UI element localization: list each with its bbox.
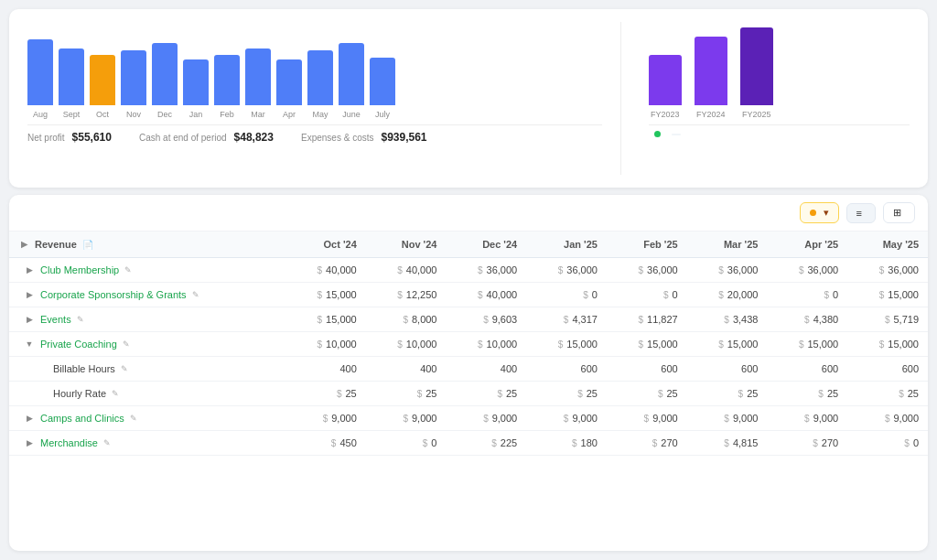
edit-icon[interactable]: ✎	[121, 364, 128, 373]
cell-2-7: $5,719	[847, 307, 928, 332]
cell-3-0: $10,000	[285, 332, 366, 357]
cell-7-3: $180	[526, 431, 607, 456]
chart-stats-left: Net profit$55,610Cash at end of period$4…	[27, 124, 602, 144]
cell-value: 9,000	[492, 413, 518, 424]
list-button[interactable]: ≡	[846, 203, 876, 223]
cell-6-5: $9,000	[687, 406, 768, 431]
row-label-text: Merchandise	[40, 437, 98, 448]
chart-stats-right	[649, 124, 910, 137]
bar	[370, 58, 395, 105]
bar-group: Sept	[59, 48, 84, 119]
dollar-sign: $	[403, 315, 408, 325]
expand-icon[interactable]: ▶	[24, 413, 35, 424]
expand-icon[interactable]: ▶	[24, 289, 35, 300]
edit-icon[interactable]: ✎	[77, 315, 84, 324]
edit-icon[interactable]: ✎	[112, 389, 119, 398]
cell-4-4: 600	[607, 357, 687, 382]
dollar-sign: $	[718, 290, 724, 300]
dollar-sign: $	[323, 414, 328, 424]
cell-7-1: $0	[366, 431, 447, 456]
tab-button[interactable]: ⊞	[883, 202, 915, 223]
row-label-cell-5: Hourly Rate✎	[9, 382, 285, 406]
cell-value: 450	[339, 437, 356, 448]
cell-5-7: $25	[847, 382, 928, 406]
dollar-sign: $	[724, 414, 729, 424]
expand-icon[interactable]: ▶	[24, 314, 35, 325]
cell-4-3: 600	[526, 357, 607, 382]
cell-value: 15,000	[727, 339, 759, 350]
cell-value: 10,000	[406, 339, 437, 350]
cell-4-1: 400	[366, 357, 447, 382]
cell-value: 9,000	[652, 413, 678, 424]
cell-3-1: $10,000	[366, 332, 447, 357]
cell-value: 25	[908, 388, 919, 399]
cell-3-4: $15,000	[607, 332, 687, 357]
edit-icon[interactable]: ✎	[123, 339, 130, 349]
table-row: ▶Merchandise✎$450$0$225$180$270$4,815$27…	[9, 431, 928, 456]
col-header-7: Apr '25	[767, 232, 847, 258]
dollar-sign: $	[337, 389, 342, 399]
table-row: ▶Events✎$15,000$8,000$9,603$4,317$11,827…	[9, 307, 928, 332]
cell-6-1: $9,000	[366, 406, 447, 431]
bar	[276, 59, 302, 105]
row-label-text: Hourly Rate	[53, 388, 106, 399]
dollar-sign: $	[718, 339, 724, 350]
bar	[152, 43, 178, 105]
cell-3-7: $15,000	[847, 332, 928, 357]
bar-group-right: FY2025	[740, 27, 773, 119]
cell-value: 400	[501, 363, 517, 374]
bar	[245, 48, 271, 105]
cell-2-1: $8,000	[366, 307, 447, 332]
cell-7-2: $225	[446, 431, 526, 456]
dollar-sign: $	[403, 414, 408, 424]
revenue-period-chart: AugSeptOctNovDecJanFebMarAprMayJuneJuly …	[27, 22, 621, 175]
dollar-sign: $	[638, 339, 643, 350]
expand-icon[interactable]: ▶	[24, 437, 35, 448]
cell-value: 15,000	[566, 339, 598, 350]
expand-icon[interactable]: ▶	[18, 239, 29, 250]
bar	[90, 55, 115, 105]
table-toolbar: ▾ ≡ ⊞	[9, 195, 928, 232]
cell-value: 25	[666, 388, 677, 399]
dollar-sign: $	[491, 438, 497, 448]
cell-value: 3,438	[733, 314, 759, 325]
cell-7-7: $0	[847, 431, 928, 456]
bar-group: Oct	[90, 55, 115, 119]
cell-3-2: $10,000	[446, 332, 526, 357]
cell-value: 9,000	[572, 413, 598, 424]
bar-right	[695, 37, 727, 105]
cell-value: 4,380	[813, 314, 839, 325]
edit-icon[interactable]: ✎	[124, 265, 132, 275]
cell-value: 15,000	[326, 289, 357, 300]
dollar-sign: $	[318, 265, 323, 275]
dollar-sign: $	[564, 315, 569, 325]
edit-icon[interactable]: ✎	[192, 290, 199, 299]
cell-value: 40,000	[487, 289, 518, 300]
row-label-text: Corporate Sponsorship & Grants	[40, 289, 187, 300]
bar	[59, 48, 84, 105]
bar-group: Feb	[214, 55, 240, 119]
table-row: ▼Private Coaching✎$10,000$10,000$10,000$…	[9, 332, 928, 357]
stat-item: Cash at end of period$48,823	[139, 131, 274, 144]
edit-icon[interactable]: ✎	[103, 438, 111, 447]
cell-7-5: $4,815	[687, 431, 768, 456]
col-header-2: Nov '24	[366, 232, 447, 258]
cell-value: 9,603	[492, 314, 518, 325]
dollar-sign: $	[478, 290, 483, 300]
table-row: Billable Hours✎400400400600600600600600	[9, 357, 928, 382]
in-progress-button[interactable]: ▾	[800, 202, 839, 223]
expand-icon[interactable]: ▶	[24, 264, 35, 275]
cell-value: 400	[420, 363, 436, 374]
dollar-sign: $	[804, 414, 810, 424]
bar-group: Nov	[121, 50, 146, 119]
dollar-sign: $	[885, 315, 890, 325]
cell-value: 15,000	[647, 339, 678, 350]
bar-label: Sept	[63, 110, 81, 119]
cell-2-5: $3,438	[687, 307, 768, 332]
cell-5-0: $25	[285, 382, 366, 406]
edit-icon[interactable]: ✎	[130, 414, 137, 423]
cell-value: 25	[425, 388, 436, 399]
expand-icon[interactable]: ▼	[24, 339, 35, 350]
cell-value: 10,000	[487, 339, 518, 350]
bar-label: May	[312, 110, 328, 119]
